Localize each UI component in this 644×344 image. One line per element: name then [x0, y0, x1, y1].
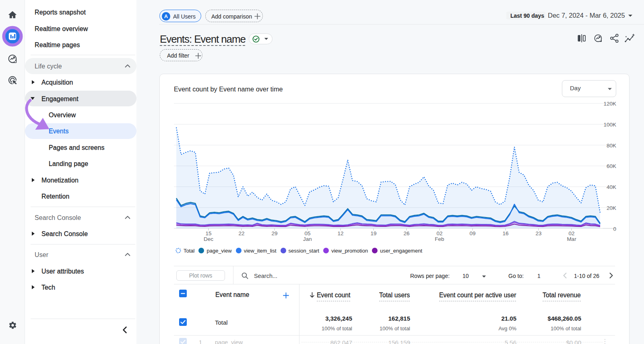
svg-text:22: 22 — [238, 230, 244, 236]
svg-text:Feb: Feb — [435, 236, 444, 242]
svg-text:23: 23 — [535, 230, 541, 236]
svg-text:15: 15 — [205, 230, 211, 236]
svg-text:120K: 120K — [603, 101, 616, 107]
svg-text:40K: 40K — [607, 184, 616, 190]
svg-text:Dec: Dec — [204, 236, 213, 242]
svg-text:09: 09 — [469, 230, 475, 236]
svg-text:80K: 80K — [607, 143, 616, 149]
svg-text:100K: 100K — [603, 122, 616, 128]
svg-text:Mar: Mar — [567, 236, 576, 242]
svg-text:29: 29 — [271, 230, 277, 236]
svg-text:20K: 20K — [607, 205, 616, 211]
svg-text:02: 02 — [436, 230, 442, 236]
svg-text:02: 02 — [568, 230, 574, 236]
svg-text:19: 19 — [370, 230, 376, 236]
svg-text:16: 16 — [502, 230, 508, 236]
svg-text:12: 12 — [337, 230, 343, 236]
svg-text:0: 0 — [613, 226, 616, 232]
svg-text:60K: 60K — [607, 163, 616, 169]
svg-text:Jan: Jan — [303, 236, 312, 242]
svg-text:26: 26 — [403, 230, 409, 236]
svg-text:05: 05 — [304, 230, 310, 236]
